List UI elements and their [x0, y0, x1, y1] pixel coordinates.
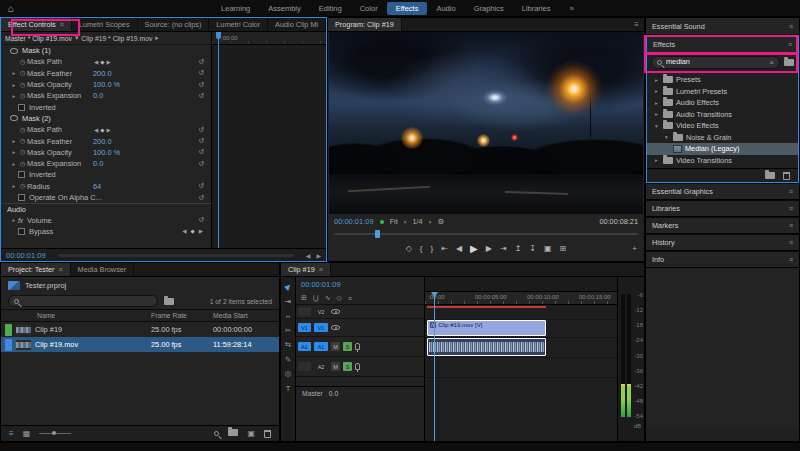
panel-header-libraries[interactable]: Libraries ≡	[646, 200, 799, 217]
tree-item-audio-transitions[interactable]: ▸ Audio Transitions	[647, 109, 798, 121]
stopwatch-icon[interactable]: ◷	[18, 137, 27, 145]
master-track-row[interactable]: Master 0.0	[296, 386, 424, 399]
column-frame-rate[interactable]: Frame Rate	[151, 312, 213, 319]
label-color-chip[interactable]	[5, 339, 12, 351]
lift-icon[interactable]: ↥	[515, 244, 522, 253]
tab-lumetri-color[interactable]: Lumetri Color	[209, 18, 268, 31]
find-icon[interactable]	[214, 426, 219, 442]
tab-program[interactable]: Program: Clip #19	[328, 18, 402, 31]
param-row-mask-opacity-1[interactable]: ▸ ◷ Mask Opacity 100.0 % ↺	[1, 79, 211, 90]
twirl-icon[interactable]: ▸	[10, 138, 18, 144]
new-custom-bin-icon[interactable]	[784, 59, 794, 66]
reset-icon[interactable]: ↺	[198, 69, 204, 77]
panel-menu-icon[interactable]: ≡	[789, 256, 793, 263]
voiceover-record-icon[interactable]	[355, 343, 360, 350]
panel-menu-icon[interactable]: ≡	[789, 23, 793, 30]
twirl-icon[interactable]: ▸	[10, 82, 18, 88]
tree-item-video-transitions[interactable]: ▸ Video Transitions	[647, 155, 798, 167]
search-value[interactable]: median	[666, 56, 765, 68]
param-row-operate-on-alpha[interactable]: Operate On Alpha C... ↺	[1, 192, 211, 203]
twirl-icon[interactable]: ▾	[653, 123, 660, 129]
timeline-video-clip[interactable]: fx Clip #19.mov [V]	[427, 320, 546, 336]
next-keyframe-icon[interactable]: ▶	[106, 127, 110, 133]
horizontal-scrollbar[interactable]	[58, 254, 294, 257]
export-frame-icon[interactable]: ▣	[544, 244, 552, 253]
master-gain-value[interactable]: 0.0	[329, 390, 338, 397]
thumbnail-zoom-slider[interactable]	[39, 433, 71, 434]
panel-header-info[interactable]: Info ≡	[646, 251, 799, 268]
razor-tool[interactable]: ✂	[285, 326, 291, 335]
panel-header-markers[interactable]: Markers ≡	[646, 217, 799, 234]
workspace-tab-audio[interactable]: Audio	[427, 2, 464, 15]
param-row-mask-opacity-2[interactable]: ▸ ◷ Mask Opacity 100.0 % ↺	[1, 147, 211, 158]
new-bin-icon[interactable]	[228, 426, 238, 442]
twirl-icon[interactable]: ▸	[653, 100, 660, 106]
param-value[interactable]: 64	[93, 182, 101, 191]
timeline-audio-clip[interactable]	[427, 338, 546, 356]
item-name[interactable]: Clip #19	[35, 325, 151, 334]
audio-meters[interactable]: -6 -12 -18 -24 -30 -36 -42 -48 -54 dB	[617, 277, 644, 441]
column-name[interactable]: Name	[1, 312, 151, 319]
effects-search-input[interactable]: median ×	[651, 56, 780, 69]
workspace-tab-effects[interactable]: Effects	[387, 2, 428, 15]
program-video-frame[interactable]	[329, 32, 643, 214]
panel-menu-icon[interactable]: ≡	[60, 18, 64, 32]
twirl-icon[interactable]: ▸	[10, 183, 18, 189]
playback-resolution-select[interactable]: 1/4	[413, 217, 423, 226]
toggle-track-output-icon[interactable]	[331, 309, 340, 314]
clear-search-icon[interactable]: ×	[769, 58, 774, 67]
reset-icon[interactable]: ↺	[198, 160, 204, 168]
icon-view-icon[interactable]: ▦	[23, 426, 31, 442]
track-label-v1[interactable]: V1	[314, 323, 328, 332]
tree-item-video-effects[interactable]: ▾ Video Effects	[647, 120, 798, 132]
param-row-mask-expansion-1[interactable]: ▸ ◷ Mask Expansion 0.0 ↺	[1, 90, 211, 101]
source-patch-v1[interactable]: V1	[298, 323, 311, 332]
zoom-level-select[interactable]: Fit	[390, 217, 398, 226]
twirl-icon[interactable]: ▸	[653, 77, 660, 83]
zoom-out-icon[interactable]: ◀	[306, 252, 311, 259]
panel-menu-icon[interactable]: ≡	[789, 205, 793, 212]
project-item-row-selected[interactable]: Clip #19.mov 25.00 fps 11:59:28:14	[1, 337, 279, 352]
mini-ruler[interactable]: ;00:00	[212, 32, 326, 45]
project-item-row[interactable]: Clip #19 25.00 fps 00:00:00:00	[1, 322, 279, 337]
timeline-settings-icon[interactable]: ≡	[348, 295, 352, 302]
workspace-tab-learning[interactable]: Learning	[212, 2, 259, 15]
project-search-input[interactable]	[8, 295, 158, 307]
step-back-icon[interactable]: ◀	[456, 244, 462, 253]
workspace-tab-assembly[interactable]: Assembly	[259, 2, 310, 15]
solo-button[interactable]: S	[343, 362, 352, 371]
program-timecode[interactable]: 00:00:01:09	[334, 217, 374, 226]
workspace-overflow-icon[interactable]: »	[559, 2, 583, 15]
tab-lumetri-scopes[interactable]: Lumetri Scopes	[72, 18, 138, 31]
next-keyframe-icon[interactable]: ▶	[199, 228, 203, 234]
stopwatch-icon[interactable]: ◷	[18, 148, 27, 156]
param-row-mask-feather-2[interactable]: ▸ ◷ Mask Feather 200.0 ↺	[1, 135, 211, 146]
mask-2-section-row[interactable]: Mask (2)	[1, 113, 211, 124]
param-value[interactable]: 0.0	[93, 159, 103, 168]
tree-item-audio-effects[interactable]: ▸ Audio Effects	[647, 97, 798, 109]
source-patch-v2[interactable]	[298, 307, 311, 316]
timeline-tracks-area[interactable]: :00:00 00:00:05:00 00:00:10:00 00:00:15:…	[424, 277, 617, 441]
project-file-row[interactable]: Tester.prproj	[1, 277, 279, 293]
reset-icon[interactable]: ↺	[198, 182, 204, 190]
stopwatch-icon[interactable]: ◷	[18, 182, 27, 190]
param-value[interactable]: 100.0 %	[93, 148, 120, 157]
workspace-tab-color[interactable]: Color	[351, 2, 387, 15]
selection-tool[interactable]: ▶	[283, 281, 293, 291]
voiceover-record-icon[interactable]	[355, 363, 360, 370]
filter-bin-icon[interactable]	[164, 298, 174, 305]
param-value[interactable]: 200.0	[93, 137, 112, 146]
track-label-a2[interactable]: A2	[314, 362, 328, 371]
stopwatch-icon[interactable]: ◷	[18, 92, 27, 100]
tab-sequence[interactable]: Clip #19 ≡	[281, 263, 331, 276]
panel-menu-icon[interactable]: ≡	[634, 18, 644, 31]
track-header-a1[interactable]: A1 A1 M S	[296, 337, 424, 357]
track-header-a2[interactable]: A2 M S	[296, 357, 424, 377]
add-marker-icon[interactable]: ◇	[406, 244, 412, 253]
param-row-bypass[interactable]: Bypass ◀ ◆ ▶	[1, 226, 211, 237]
param-row-mask-path-2[interactable]: ◷ Mask Path ◀ ◆ ▶ ↺	[1, 124, 211, 135]
twirl-icon[interactable]: ▸	[10, 161, 18, 167]
new-item-icon[interactable]: ▣	[247, 426, 255, 442]
new-custom-bin-button[interactable]	[765, 172, 775, 179]
stopwatch-icon[interactable]: ◷	[18, 160, 27, 168]
